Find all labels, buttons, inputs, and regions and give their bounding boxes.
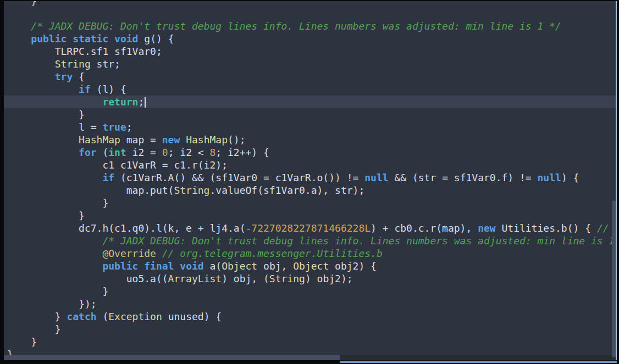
code-token-num: -7227028227871466228L <box>245 222 371 234</box>
horizontal-scrollbar-thumb[interactable] <box>4 355 340 360</box>
code-token-com: // org.telegram.messenger.Utilities.b <box>162 248 383 259</box>
code-token-plain: a( <box>204 260 222 272</box>
code-token-plain: } <box>7 311 67 322</box>
code-token-plain: obj2) { <box>329 260 377 272</box>
code-line[interactable]: if (c1VarR.A() && (sf1Var0 = c1VarR.o())… <box>4 171 616 184</box>
code-token-com: // <box>597 222 609 234</box>
code-line[interactable]: for (int i2 = 0; i2 < 8; i2++) { <box>4 146 616 159</box>
code-line[interactable]: @Override // org.telegram.messenger.Util… <box>4 247 616 260</box>
code-token-ty: String <box>174 184 209 196</box>
code-token-kw: null <box>364 172 388 183</box>
bottom-accent-line <box>340 361 617 363</box>
code-token-kw: try <box>55 71 73 82</box>
code-token-plain: { <box>73 71 85 82</box>
code-line[interactable]: public final void a(Object obj, Object o… <box>4 260 616 272</box>
code-token-teal: return <box>102 96 138 108</box>
code-token-plain: } <box>7 210 85 221</box>
code-line[interactable]: }); <box>4 298 616 310</box>
code-token-plain <box>174 260 180 272</box>
code-token-ty: Object <box>222 260 257 272</box>
code-area[interactable]: } /* JADX DEBUG: Don't trust debug lines… <box>4 1 616 360</box>
code-token-teal: int <box>108 147 126 158</box>
code-token-ty: String <box>55 58 91 70</box>
code-line[interactable]: } <box>4 108 616 121</box>
code-line[interactable]: l = true; <box>4 121 616 133</box>
code-token-plain <box>7 71 55 82</box>
code-token-plain <box>67 33 73 44</box>
code-token-plain: str; <box>91 58 120 70</box>
code-line[interactable]: try { <box>4 70 616 83</box>
code-line[interactable]: /* JADX DEBUG: Don't trust debug lines i… <box>4 20 616 32</box>
code-token-num: 8 <box>210 147 216 158</box>
code-token-plain: ) obj2); <box>305 273 353 284</box>
code-token-plain: ) { <box>561 172 579 183</box>
code-token-num: 0 <box>162 147 168 158</box>
code-editor-panel[interactable]: } /* JADX DEBUG: Don't trust debug lines… <box>4 1 617 360</box>
code-token-plain <box>7 172 102 183</box>
code-line[interactable]: } <box>4 285 616 298</box>
code-token-kw: void <box>114 33 138 44</box>
code-token-plain: } <box>7 1 37 7</box>
code-token-plain: g() { <box>138 33 174 44</box>
code-token-plain <box>138 260 144 272</box>
code-token-plain: .valueOf(sf1Var0.a), str); <box>209 184 364 196</box>
code-token-plain <box>180 134 186 145</box>
code-line[interactable]: TLRPC.sf1 sf1Var0; <box>4 45 616 58</box>
code-token-plain: map.put( <box>7 184 174 196</box>
code-line[interactable]: } <box>4 209 616 222</box>
code-token-plain <box>7 96 102 108</box>
jadx-code-viewer-window: { "editor": { "language": "java", "curre… <box>0 0 619 364</box>
code-line[interactable]: if (l) { <box>4 83 616 96</box>
code-token-plain: }); <box>7 298 97 310</box>
code-token-plain: } <box>7 336 37 348</box>
code-token-kw: public <box>102 260 138 272</box>
code-token-kw: new <box>162 134 180 145</box>
code-token-kw: for <box>79 147 97 158</box>
code-token-plain: ) + cb0.c.r(map), <box>371 222 478 234</box>
code-token-plain <box>7 83 79 95</box>
code-line[interactable]: dc7.h(c1.q0).l(k, e + lj4.a(-72270282278… <box>4 222 616 234</box>
code-token-plain: ; <box>126 121 132 133</box>
code-line[interactable]: } <box>4 197 616 209</box>
code-token-com: /* JADX DEBUG: Don't trust debug lines i… <box>7 20 561 32</box>
code-token-plain: TLRPC.sf1 sf1Var0; <box>7 46 162 57</box>
code-token-kw: null <box>538 172 561 183</box>
code-token-plain: } <box>7 109 85 120</box>
text-cursor <box>145 97 146 108</box>
code-token-plain: uo5.a(( <box>7 273 168 284</box>
code-line[interactable]: map.put(String.valueOf(sf1Var0.a), str); <box>4 184 616 197</box>
code-line[interactable]: } catch (Exception unused) { <box>4 310 616 323</box>
code-line[interactable]: uo5.a((ArrayList) obj, (String) obj2); <box>4 272 616 285</box>
code-token-plain: map = <box>120 134 162 145</box>
code-token-plain: } <box>7 285 108 297</box>
code-token-plain: obj, <box>257 260 293 272</box>
code-line[interactable]: } <box>4 1 616 7</box>
code-token-plain: l = <box>7 121 102 133</box>
vertical-scrollbar-thumb[interactable] <box>612 200 616 357</box>
code-line[interactable]: } <box>4 323 616 335</box>
code-token-ann: @Override <box>102 248 156 259</box>
code-token-ty: Exception <box>108 311 162 322</box>
code-token-plain: (c1VarR.A() && (sf1Var0 = c1VarR.o()) != <box>114 172 364 183</box>
code-token-plain: ; i2++) { <box>215 147 269 158</box>
code-line[interactable]: return; <box>4 96 616 108</box>
code-line[interactable]: /* JADX DEBUG: Don't trust debug lines i… <box>4 234 616 247</box>
code-token-plain: (); <box>228 134 246 145</box>
code-token-ty: HashMap <box>186 134 228 145</box>
code-token-kw: public <box>31 33 67 44</box>
code-token-ty: Object <box>293 260 329 272</box>
code-line[interactable]: HashMap map = new HashMap(); <box>4 133 616 146</box>
code-line[interactable] <box>4 7 616 20</box>
code-token-kw: final <box>144 260 174 272</box>
code-token-kw: if <box>102 172 114 183</box>
code-token-plain: ) obj, ( <box>222 273 269 284</box>
code-token-plain: ; <box>138 96 144 108</box>
code-line[interactable]: public static void g() { <box>4 32 616 45</box>
code-line[interactable]: } <box>4 335 616 348</box>
code-line[interactable]: String str; <box>4 58 616 70</box>
code-token-plain: } <box>7 197 108 209</box>
code-token-com: /* JADX DEBUG: Don't trust debug lines i… <box>102 235 617 247</box>
horizontal-scrollbar[interactable] <box>4 355 616 360</box>
code-token-ty: ArrayList <box>168 273 222 284</box>
code-line[interactable]: c1 c1VarR = c1.r(i2); <box>4 159 616 171</box>
